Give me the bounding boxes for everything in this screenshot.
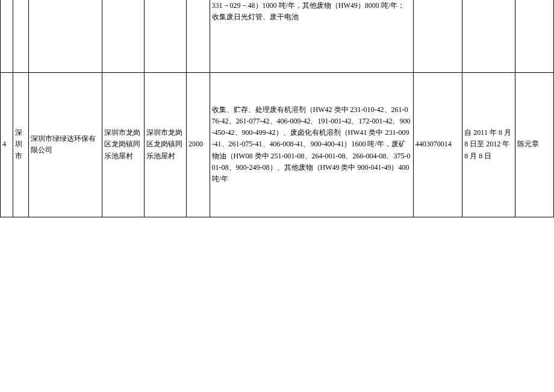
cell-license	[413, 0, 462, 72]
cell-validity: 自 2011 年 8 月 8 日至 2012 年 8 月 8 日	[462, 72, 515, 217]
cell-addr1: 深圳市龙岗区龙岗镇同乐池屋村	[102, 72, 145, 217]
cell-seq	[1, 0, 13, 72]
document-table-container: 331－029－48）1000 吨/年，其他废物（HW49）8000 吨/年；收…	[0, 0, 554, 217]
cell-scope: 收集、贮存、处理废有机溶剂（HW42 类中 231-010-42、261-076…	[210, 72, 413, 217]
cell-city	[13, 0, 28, 72]
cell-validity	[462, 0, 515, 72]
table-row: 4 深圳市 深圳市绿绿达环保有限公司 深圳市龙岗区龙岗镇同乐池屋村 深圳市龙岗区…	[1, 72, 554, 217]
cell-addr2: 深圳市龙岗区龙岗镇同乐池屋村	[145, 72, 187, 217]
cell-scope: 331－029－48）1000 吨/年，其他废物（HW49）8000 吨/年；收…	[210, 0, 413, 72]
data-table: 331－029－48）1000 吨/年，其他废物（HW49）8000 吨/年；收…	[0, 0, 554, 217]
table-row: 331－029－48）1000 吨/年，其他废物（HW49）8000 吨/年；收…	[1, 0, 554, 72]
cell-city: 深圳市	[13, 72, 28, 217]
cell-capacity	[187, 0, 210, 72]
cell-company	[28, 0, 102, 72]
cell-company: 深圳市绿绿达环保有限公司	[28, 72, 102, 217]
cell-person	[515, 0, 553, 72]
cell-capacity: 2000	[187, 72, 210, 217]
cell-seq: 4	[1, 72, 13, 217]
cell-license: 4403070014	[413, 72, 462, 217]
cell-person: 陈元章	[515, 72, 553, 217]
cell-addr1	[102, 0, 145, 72]
cell-addr2	[145, 0, 187, 72]
